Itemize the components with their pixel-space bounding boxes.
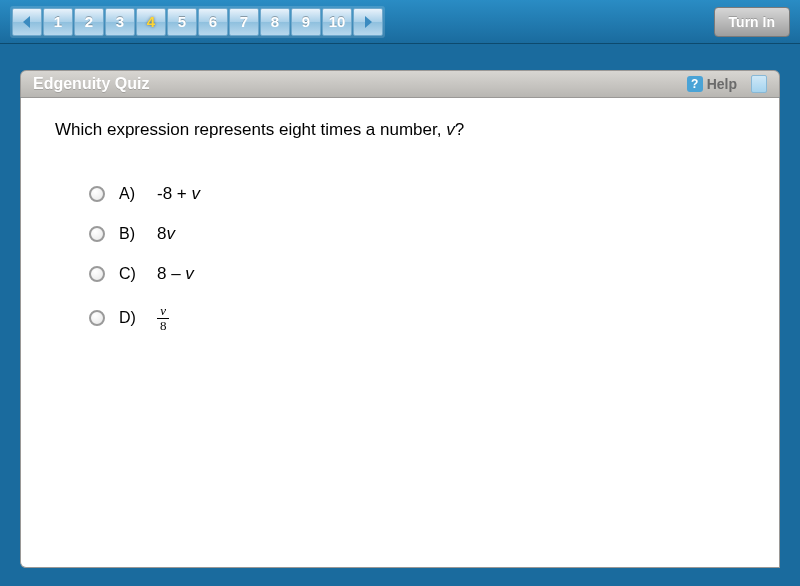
quiz-header: Edgenuity Quiz ? Help (20, 70, 780, 98)
choice-expression: 8v (157, 224, 175, 244)
radio-button[interactable] (89, 266, 105, 282)
top-bar: 12345678910 Turn In (0, 0, 800, 44)
answer-choice-c[interactable]: C)8 – v (89, 264, 745, 284)
pager-question-6[interactable]: 6 (198, 8, 228, 36)
pager-question-10[interactable]: 10 (322, 8, 352, 36)
radio-button[interactable] (89, 310, 105, 326)
pager-question-3[interactable]: 3 (105, 8, 135, 36)
pager-prev-button[interactable] (12, 8, 42, 36)
expression-variable: v (192, 184, 201, 203)
answer-choice-b[interactable]: B)8v (89, 224, 745, 244)
help-icon: ? (687, 76, 703, 92)
question-text: Which expression represents eight times … (55, 120, 745, 140)
svg-marker-0 (23, 16, 30, 28)
header-corner-chip (751, 75, 767, 93)
expression-variable: v (185, 264, 194, 283)
choice-letter: D) (119, 309, 143, 327)
pager-question-2[interactable]: 2 (74, 8, 104, 36)
help-label: Help (707, 76, 737, 92)
pager-question-4[interactable]: 4 (136, 8, 166, 36)
fraction-denominator: 8 (157, 319, 170, 333)
expression-variable: v (166, 224, 175, 243)
fraction-numerator: v (157, 304, 169, 319)
radio-button[interactable] (89, 226, 105, 242)
pager-next-button[interactable] (353, 8, 383, 36)
pager-question-5[interactable]: 5 (167, 8, 197, 36)
choice-expression: 8 – v (157, 264, 194, 284)
choice-letter: A) (119, 185, 143, 203)
question-prefix: Which expression represents eight times … (55, 120, 446, 139)
turn-in-button[interactable]: Turn In (714, 7, 790, 37)
answer-choices: A)-8 + vB)8vC)8 – vD)v8 (89, 184, 745, 332)
choice-expression: v8 (157, 304, 170, 332)
fraction: v8 (157, 304, 170, 332)
pager-question-1[interactable]: 1 (43, 8, 73, 36)
pager-question-7[interactable]: 7 (229, 8, 259, 36)
question-pager: 12345678910 (10, 6, 385, 38)
chevron-left-icon (22, 16, 32, 28)
chevron-right-icon (363, 16, 373, 28)
answer-choice-d[interactable]: D)v8 (89, 304, 745, 332)
choice-expression: -8 + v (157, 184, 200, 204)
answer-choice-a[interactable]: A)-8 + v (89, 184, 745, 204)
pager-question-8[interactable]: 8 (260, 8, 290, 36)
help-button[interactable]: ? Help (687, 76, 737, 92)
svg-marker-1 (365, 16, 372, 28)
question-suffix: ? (455, 120, 464, 139)
turn-in-label: Turn In (729, 14, 775, 30)
expression-text: -8 + (157, 184, 192, 203)
pager-question-9[interactable]: 9 (291, 8, 321, 36)
choice-letter: B) (119, 225, 143, 243)
choice-letter: C) (119, 265, 143, 283)
quiz-title: Edgenuity Quiz (33, 75, 149, 93)
radio-button[interactable] (89, 186, 105, 202)
question-variable: v (446, 120, 455, 139)
expression-text: 8 – (157, 264, 185, 283)
quiz-content: Which expression represents eight times … (20, 98, 780, 568)
quiz-panel: Edgenuity Quiz ? Help Which expression r… (20, 70, 780, 568)
